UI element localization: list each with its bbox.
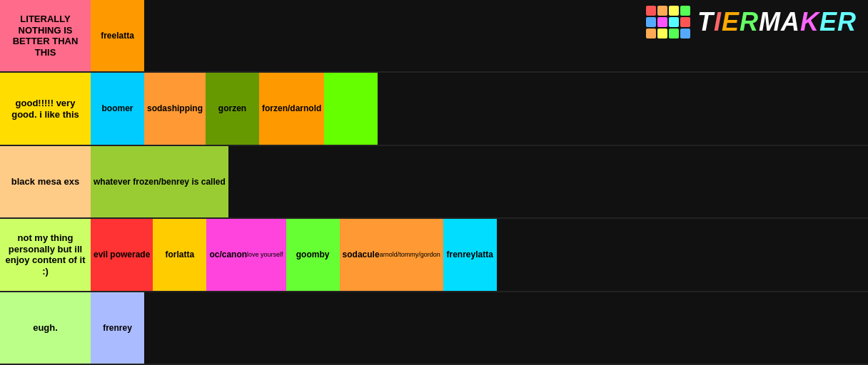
tier-c-items: evil poweradeforlattaoc/canonlove yourse… [91,219,868,290]
tier-d-items: frenrey [91,292,868,364]
tier-item: frenreylatta [443,219,497,290]
tier-c-label: not my thing personally but ill enjoy co… [0,219,91,290]
tier-d-label: eugh. [0,292,91,364]
tier-s-label: LITERALLY NOTHING IS BETTER THAN THIS [0,0,91,71]
tier-b-label: black mesa exs [0,146,91,217]
tier-item: whatever frozen/benrey is called [91,146,228,217]
tier-item: boomer [91,73,144,144]
tier-item: sodashipping [144,73,206,144]
tier-c: not my thing personally but ill enjoy co… [0,219,868,292]
tier-a-items: boomersodashippinggorzenforzen/darnold [91,73,868,144]
tier-item: forlatta [153,219,206,290]
tier-b: black mesa exswhatever frozen/benrey is … [0,146,868,219]
tier-item: oc/canonlove yourself [206,219,286,290]
tier-item: evil powerade [91,219,153,290]
tier-item: freelatta [91,0,144,71]
tier-item: frenrey [91,292,144,364]
logo-area: TiERMaKER [646,6,857,38]
tier-d: eugh.frenrey [0,292,868,365]
tier-a: good!!!!! very good. i like thisboomerso… [0,73,868,145]
tier-b-items: whatever frozen/benrey is called [91,146,868,217]
tier-item: gorzen [206,73,259,144]
tier-item: forzen/darnold [259,73,324,144]
tier-item: sodaculearnold/tommy/gordon [340,219,443,290]
tier-item: goomby [286,219,340,290]
logo-grid [646,6,690,38]
logo-text: TiERMaKER [697,7,857,37]
tier-item [324,73,378,144]
tier-a-label: good!!!!! very good. i like this [0,73,91,144]
tier-list: LITERALLY NOTHING IS BETTER THAN THISfre… [0,0,868,365]
